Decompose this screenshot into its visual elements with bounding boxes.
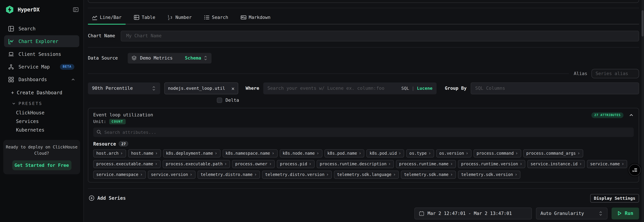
attribute-chip[interactable]: process.executable.path› xyxy=(163,160,230,168)
attribute-chip[interactable]: process.runtime.name› xyxy=(396,160,456,168)
chevron-right-icon: › xyxy=(428,151,431,156)
attribute-chip[interactable]: service.name› xyxy=(587,160,627,168)
scrollbar-thumb[interactable] xyxy=(642,10,644,37)
tab-line-bar[interactable]: Line/Bar xyxy=(88,12,126,24)
attribute-chip[interactable]: telemetry.sdk.version› xyxy=(458,170,520,179)
metric-tag[interactable]: nodejs.event_loop.util ✕ xyxy=(164,82,238,94)
add-series-button[interactable]: Add Series xyxy=(88,195,126,201)
time-range-picker[interactable]: Mar 2 12:47:01 - Mar 2 13:47:01 xyxy=(414,207,532,219)
chart-name-input[interactable]: My Chart Name xyxy=(121,30,639,41)
attribute-chip[interactable]: process.runtime.version› xyxy=(458,160,526,168)
attribute-chip[interactable]: k8s.pod.uid› xyxy=(366,149,404,157)
attribute-chip[interactable]: k8s.namespace.name› xyxy=(222,149,278,157)
data-source-row: Data Source Demo Metrics Schema xyxy=(88,53,639,63)
play-icon xyxy=(617,211,622,216)
language-toggle[interactable]: SQL | Lucene xyxy=(402,86,432,91)
attribute-chip[interactable]: telemetry.distro.version› xyxy=(262,170,332,179)
attribute-chip[interactable]: os.version› xyxy=(436,149,472,157)
display-settings-button[interactable]: Display Settings xyxy=(590,194,639,203)
get-started-button[interactable]: Get Started for Free xyxy=(12,160,71,170)
attribute-search-input[interactable]: Search attributes... xyxy=(93,127,634,137)
attribute-chip[interactable]: process.runtime.description› xyxy=(316,160,394,168)
chevron-right-icon: › xyxy=(622,162,624,166)
collapse-panel-icon[interactable] xyxy=(629,113,634,117)
dashboards-icon xyxy=(8,76,14,82)
sidebar-collapse-icon[interactable] xyxy=(73,7,78,12)
series-row: 90th Percentile nodejs.event_loop.util ✕… xyxy=(88,82,639,94)
remove-metric-icon[interactable]: ✕ xyxy=(232,85,234,91)
unit-label: Unit: xyxy=(93,119,106,124)
delta-label: Delta xyxy=(226,97,239,103)
attribute-chip[interactable]: host.arch› xyxy=(93,149,126,157)
sidebar-preset-clickhouse[interactable]: ClickHouse xyxy=(0,109,84,117)
chevron-right-icon: › xyxy=(155,162,158,166)
where-label: Where xyxy=(246,85,259,91)
sidebar-item-label: Chart Explorer xyxy=(18,38,58,44)
attribute-chip[interactable]: telemetry.sdk.name› xyxy=(401,170,456,179)
where-input[interactable]: Search your events w/ Lucene ex. column:… xyxy=(264,82,437,94)
list-icon xyxy=(204,14,210,20)
attribute-chip[interactable]: k8s.node.name› xyxy=(280,149,322,157)
metric-description: Event loop utilization xyxy=(93,112,634,118)
chevron-right-icon: › xyxy=(309,162,312,166)
attribute-chip[interactable]: telemetry.sdk.language› xyxy=(334,170,399,179)
attribute-chip[interactable]: k8s.pod.name› xyxy=(324,149,364,157)
attribute-chip[interactable]: process.owner› xyxy=(232,160,275,168)
chevron-right-icon: › xyxy=(120,151,123,156)
sidebar-item-service-map[interactable]: Service Map BETA xyxy=(4,61,79,73)
svg-text:3: 3 xyxy=(170,15,172,19)
sidebar-preset-kubernetes[interactable]: Kubernetes xyxy=(0,126,84,134)
tab-search[interactable]: Search xyxy=(200,12,232,24)
chevron-right-icon: › xyxy=(359,151,361,156)
alias-input[interactable]: Series alias xyxy=(592,69,639,78)
chevron-up-icon xyxy=(71,77,75,81)
chevron-right-icon: › xyxy=(316,151,319,156)
attribute-chips: host.arch›host.name›k8s.deployment.name›… xyxy=(93,149,634,179)
data-source-select[interactable]: Demo Metrics Schema xyxy=(128,53,212,63)
attribute-chip[interactable]: service.namespace› xyxy=(93,170,146,179)
sidebar-item-search[interactable]: Search xyxy=(4,23,79,34)
tab-number[interactable]: 123 Number xyxy=(164,12,196,24)
create-dashboard-button[interactable]: + Create Dashboard xyxy=(11,90,84,95)
aggregation-select[interactable]: 90th Percentile xyxy=(88,82,160,94)
sidebar-item-dashboards[interactable]: Dashboards xyxy=(4,73,79,85)
feedback-float-button[interactable] xyxy=(629,164,641,176)
attribute-chip[interactable]: process.command_args› xyxy=(523,149,583,157)
number-icon: 123 xyxy=(168,14,173,20)
schema-link[interactable]: Schema xyxy=(185,55,201,61)
chevron-right-icon: › xyxy=(578,151,580,156)
chart-type-tabs: Line/Bar Table 123 Number Search xyxy=(88,12,639,24)
attribute-chip[interactable]: process.command› xyxy=(474,149,521,157)
sidebar-preset-services[interactable]: Services xyxy=(0,117,84,126)
group-by-input[interactable]: SQL Columns xyxy=(471,82,639,94)
attribute-chip[interactable]: service.instance.id› xyxy=(528,160,585,168)
attributes-panel: Event loop utilization Unit: COUNT 27 AT… xyxy=(88,108,639,182)
chevron-right-icon: › xyxy=(155,151,158,156)
group-by-label: Group By xyxy=(445,85,466,91)
attribute-chip[interactable]: service.version› xyxy=(148,170,196,179)
attribute-chip[interactable]: host.name› xyxy=(128,149,161,157)
sidebar-item-chart-explorer[interactable]: Chart Explorer xyxy=(4,35,79,47)
delta-checkbox[interactable] xyxy=(217,97,222,103)
scrollbar[interactable] xyxy=(641,0,644,222)
bottom-toolbar: Mar 2 12:47:01 - Mar 2 13:47:01 Auto Gra… xyxy=(88,207,639,219)
chevron-right-icon: › xyxy=(515,151,518,156)
run-button[interactable]: Run xyxy=(612,207,639,219)
chevron-right-icon: › xyxy=(388,162,391,166)
svg-text:2: 2 xyxy=(168,17,170,20)
app: HyperDX Search Chart Explorer xyxy=(0,0,644,222)
divider xyxy=(88,188,639,189)
tab-table[interactable]: Table xyxy=(130,12,159,24)
laptop-icon xyxy=(8,51,14,57)
attribute-chip[interactable]: os.type› xyxy=(406,149,434,157)
attribute-chip[interactable]: process.pid› xyxy=(277,160,314,168)
attribute-chip[interactable]: telemetry.distro.name› xyxy=(198,170,260,179)
sidebar-item-label: Service Map xyxy=(18,64,50,69)
presets-header[interactable]: PRESETS xyxy=(12,101,84,106)
granularity-select[interactable]: Auto Granularity xyxy=(536,207,608,219)
chevron-right-icon: › xyxy=(254,172,257,177)
attribute-chip[interactable]: process.executable.name› xyxy=(93,160,161,168)
sidebar-item-client-sessions[interactable]: Client Sessions xyxy=(4,48,79,60)
attribute-chip[interactable]: k8s.deployment.name› xyxy=(163,149,220,157)
tab-markdown[interactable]: Markdown xyxy=(236,12,274,24)
